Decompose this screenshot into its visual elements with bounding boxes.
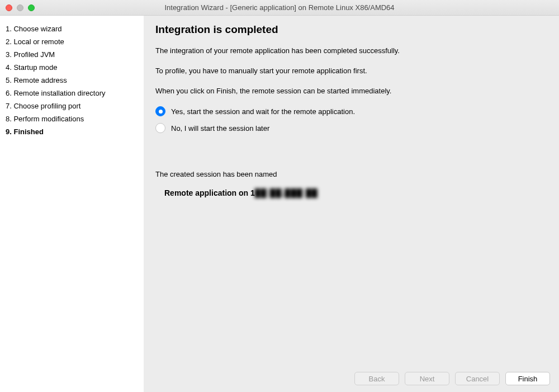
- sidebar-item-remote-installation-directory[interactable]: 6. Remote installation directory: [6, 87, 139, 100]
- cancel-button[interactable]: Cancel: [455, 372, 500, 385]
- sidebar-item-choose-profiling-port[interactable]: 7. Choose profiling port: [6, 100, 139, 112]
- session-name: Remote application on 1██ ██.███ ██: [164, 188, 548, 197]
- session-name-prefix: Remote application on 1: [164, 188, 255, 197]
- close-icon[interactable]: [6, 4, 12, 11]
- titlebar: Integration Wizard - [Generic applicatio…: [0, 0, 559, 16]
- page-heading: Integration is completed: [155, 23, 548, 36]
- radio-row-yes[interactable]: Yes, start the session and wait for the …: [155, 106, 548, 116]
- radio-row-no[interactable]: No, I will start the session later: [155, 123, 548, 133]
- next-button[interactable]: Next: [405, 372, 449, 385]
- window-body: 1. Choose wizard 2. Local or remote 3. P…: [0, 16, 559, 392]
- session-created-label: The created session has been named: [155, 170, 548, 178]
- session-name-masked: ██ ██.███ ██: [255, 188, 318, 197]
- radio-label-yes: Yes, start the session and wait for the …: [171, 107, 355, 116]
- window-title: Integration Wizard - [Generic applicatio…: [0, 3, 559, 12]
- minimize-icon[interactable]: [17, 4, 23, 11]
- footer-buttons: Back Next Cancel Finish: [144, 365, 559, 392]
- wizard-steps-sidebar: 1. Choose wizard 2. Local or remote 3. P…: [0, 16, 144, 392]
- intro-text-3: When you click on Finish, the remote ses…: [155, 86, 548, 96]
- sidebar-item-startup-mode[interactable]: 4. Startup mode: [6, 61, 139, 74]
- content-pane: Integration is completed The integration…: [144, 16, 559, 392]
- finish-button[interactable]: Finish: [505, 372, 550, 385]
- sidebar-item-finished[interactable]: 9. Finished: [6, 125, 139, 138]
- sidebar-item-profiled-jvm[interactable]: 3. Profiled JVM: [6, 48, 139, 61]
- window-controls: [6, 4, 35, 11]
- sidebar-item-local-or-remote[interactable]: 2. Local or remote: [6, 35, 139, 48]
- intro-text-2: To profile, you have to manually start y…: [155, 66, 548, 76]
- content-main: Integration is completed The integration…: [144, 16, 559, 365]
- maximize-icon[interactable]: [28, 4, 35, 11]
- start-session-radio-group: Yes, start the session and wait for the …: [155, 106, 548, 133]
- intro-text-1: The integration of your remote applicati…: [155, 46, 548, 56]
- sidebar-item-choose-wizard[interactable]: 1. Choose wizard: [6, 22, 139, 35]
- back-button[interactable]: Back: [354, 372, 399, 385]
- sidebar-item-remote-address[interactable]: 5. Remote address: [6, 74, 139, 87]
- radio-icon[interactable]: [155, 123, 165, 133]
- radio-label-no: No, I will start the session later: [171, 124, 269, 133]
- sidebar-item-perform-modifications[interactable]: 8. Perform modifications: [6, 112, 139, 125]
- radio-icon[interactable]: [155, 106, 165, 116]
